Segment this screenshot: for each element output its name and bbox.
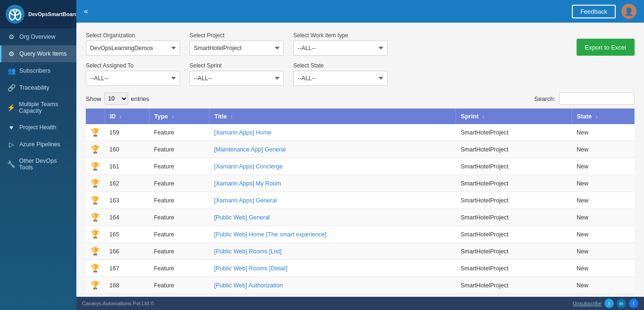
row-icon: 🏆: [86, 277, 105, 294]
filter-row-2: Select Assigned To --ALL-- Select Sprint…: [86, 62, 635, 86]
state-filter-label: Select State: [293, 62, 388, 69]
table-row: 🏆 164 Feature [Public Web] General Smart…: [86, 209, 635, 226]
table-row: 🏆 167 Feature [Public Web] Rooms [Detail…: [86, 260, 635, 277]
table-row: 🏆 165 Feature [Public Web] Home [The sma…: [86, 226, 635, 243]
row-icon: 🏆: [86, 243, 105, 260]
sidebar-item-query-work-items[interactable]: ⚙ Query Work Items: [0, 45, 76, 62]
col-id[interactable]: ID ↕: [105, 109, 149, 124]
row-type: Feature: [149, 277, 209, 294]
row-id: 167: [105, 260, 149, 277]
wit-filter-label: Select Work item type: [293, 32, 388, 39]
title-link[interactable]: [Public Web] Authorization: [214, 282, 283, 289]
title-link[interactable]: [Xamarin Apps] General: [214, 197, 277, 204]
row-sprint: SmartHotelProject: [456, 158, 572, 175]
row-state: New: [572, 277, 635, 294]
wit-select[interactable]: --ALL--: [293, 41, 388, 56]
sidebar-item-subscribers[interactable]: 👥 Subscribers: [0, 62, 76, 79]
sidebar-item-org-overview[interactable]: ⚙ Org Overview: [0, 28, 76, 45]
project-select[interactable]: SmartHotelProject: [190, 41, 284, 56]
collapse-button[interactable]: «: [84, 7, 88, 16]
sidebar-item-label: Other DevOps Tools: [19, 158, 71, 171]
linkedin-icon[interactable]: in: [617, 299, 626, 308]
row-icon: 🏆: [86, 141, 105, 158]
twitter-icon[interactable]: t: [604, 299, 614, 308]
row-icon: 🏆: [86, 226, 105, 243]
table-row: 🏆 161 Feature [Xamarin Apps] Concierge S…: [86, 158, 635, 175]
table-controls: Show 10 25 50 100 entries Search:: [86, 92, 635, 105]
row-title[interactable]: [Public Web] Home [The smart experience]: [209, 226, 456, 243]
sidebar-logo: DevOpsSmartBoard: [0, 0, 76, 28]
trophy-icon: 🏆: [91, 196, 100, 204]
title-link[interactable]: [Public Web] Rooms [List]: [214, 248, 281, 255]
facebook-icon[interactable]: f: [629, 299, 638, 308]
row-id: 161: [105, 158, 149, 175]
sidebar-item-other-devops-tools[interactable]: 🔧 Other DevOps Tools: [0, 153, 76, 176]
col-type[interactable]: Type ↕: [149, 109, 209, 124]
row-type: Feature: [149, 226, 209, 243]
row-state: New: [572, 260, 635, 277]
row-state: New: [572, 209, 635, 226]
title-link[interactable]: [Xamarin Apps] Home: [214, 129, 272, 136]
title-link[interactable]: [Public Web] General: [214, 214, 270, 221]
app-name: DevOpsSmartBoard: [28, 11, 76, 17]
work-items-table: ID ↕ Type ↕ Title ↕ Sprint ↕ State ↕ 🏆 1…: [86, 109, 635, 294]
state-filter-group: Select State --ALL--: [293, 62, 388, 86]
feedback-button[interactable]: Feedback: [572, 5, 616, 18]
row-title[interactable]: [Public Web] Authorization: [209, 277, 456, 294]
row-title[interactable]: [Xamarin Apps] Concierge: [209, 158, 456, 175]
footer-right: Unsubscribe t in f: [573, 299, 638, 308]
title-link[interactable]: [Public Web] Rooms [Detail]: [214, 265, 287, 272]
row-title[interactable]: [Xamarin Apps] My Room: [209, 175, 456, 192]
title-link[interactable]: [Maintenance App] General: [214, 146, 286, 153]
row-title[interactable]: [Maintenance App] General: [209, 141, 456, 158]
row-state: New: [572, 243, 635, 260]
wit-filter-group: Select Work item type --ALL--: [293, 32, 388, 56]
sprint-select[interactable]: --ALL--: [190, 71, 284, 86]
assigned-filter-group: Select Assigned To --ALL--: [86, 62, 180, 86]
sidebar-item-project-health[interactable]: ♥ Project Health: [0, 119, 76, 136]
search-input[interactable]: [559, 92, 635, 105]
row-title[interactable]: [Xamarin Apps] Home: [209, 124, 456, 141]
project-filter-label: Select Project: [190, 32, 284, 39]
row-id: 165: [105, 226, 149, 243]
title-link[interactable]: [Xamarin Apps] My Room: [214, 180, 281, 187]
row-id: 160: [105, 141, 149, 158]
sidebar-item-azure-pipelines[interactable]: ▷ Azure Pipelines: [0, 136, 76, 153]
row-state: New: [572, 226, 635, 243]
col-sprint[interactable]: Sprint ↕: [456, 109, 572, 124]
sidebar-item-multiple-teams-capacity[interactable]: ⚡ Multiple Teams Capacity: [0, 96, 76, 119]
trophy-icon: 🏆: [91, 145, 100, 153]
row-title[interactable]: [Public Web] General: [209, 209, 456, 226]
col-title[interactable]: Title ↕: [209, 109, 456, 124]
title-link[interactable]: [Public Web] Home [The smart experience]: [214, 231, 326, 238]
other-devops-icon: 🔧: [7, 160, 16, 168]
row-id: 164: [105, 209, 149, 226]
assigned-select[interactable]: --ALL--: [86, 71, 180, 86]
sidebar-item-label: Multiple Teams Capacity: [19, 101, 71, 114]
sidebar-item-label: Query Work Items: [19, 50, 66, 57]
row-id: 159: [105, 124, 149, 141]
sidebar-item-traceability[interactable]: 🔗 Traceability: [0, 79, 76, 96]
state-select[interactable]: --ALL--: [293, 71, 388, 86]
footer-copyright: Canarys Automations Pvt Ltd ©: [82, 301, 154, 306]
row-sprint: SmartHotelProject: [456, 175, 572, 192]
sprint-filter-group: Select Sprint --ALL--: [190, 62, 284, 86]
row-title[interactable]: [Public Web] Rooms [List]: [209, 243, 456, 260]
entries-select[interactable]: 10 25 50 100: [104, 92, 128, 105]
row-title[interactable]: [Xamarin Apps] General: [209, 192, 456, 209]
row-sprint: SmartHotelProject: [456, 192, 572, 209]
sprint-filter-label: Select Sprint: [190, 62, 284, 69]
col-state[interactable]: State ↕: [572, 109, 635, 124]
export-button[interactable]: Export to Excel: [577, 39, 635, 56]
row-type: Feature: [149, 243, 209, 260]
org-select[interactable]: DevOpsLearningDemos: [86, 41, 180, 56]
avatar[interactable]: 👤: [621, 4, 636, 19]
unsubscribe-link[interactable]: Unsubscribe: [573, 301, 602, 306]
trophy-icon: 🏆: [91, 230, 100, 238]
row-icon: 🏆: [86, 124, 105, 141]
footer: Canarys Automations Pvt Ltd © Unsubscrib…: [76, 297, 644, 310]
title-link[interactable]: [Xamarin Apps] Concierge: [214, 163, 282, 170]
row-title[interactable]: [Public Web] Rooms [Detail]: [209, 260, 456, 277]
trophy-icon: 🏆: [91, 128, 100, 136]
main-content: Select Organization DevOpsLearningDemos …: [76, 23, 644, 310]
